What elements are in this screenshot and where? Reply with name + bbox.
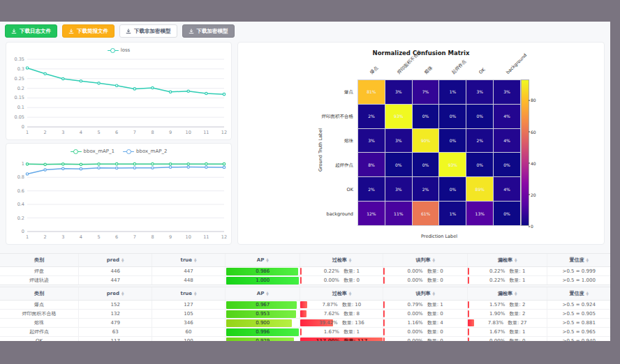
column-header-误判率[interactable]: 误判率▲▼ bbox=[383, 287, 468, 301]
column-header-误判率[interactable]: 误判率▲▼ bbox=[383, 254, 468, 267]
svg-text:4: 4 bbox=[80, 130, 82, 135]
column-header-pred[interactable]: pred▲▼ bbox=[79, 254, 152, 267]
matrix-cell: 2% bbox=[358, 177, 385, 201]
column-header-漏检率[interactable]: 漏检率▲▼ bbox=[467, 254, 547, 267]
sort-icon[interactable]: ▲▼ bbox=[432, 258, 434, 263]
legend-item-loss[interactable]: loss bbox=[108, 47, 131, 53]
download-report-button[interactable]: 下载简报文件 bbox=[62, 24, 115, 38]
column-header-置信度[interactable]: 置信度▲▼ bbox=[547, 254, 610, 267]
rate-percent: 39.42% bbox=[319, 320, 338, 326]
download-toolbar: 下载日志文件下载简报文件下载非加密模型下载加密模型 bbox=[5, 24, 235, 38]
sort-icon[interactable]: ▲▼ bbox=[266, 291, 268, 296]
rate-count: 数量: 1 bbox=[509, 328, 525, 335]
matrix-cell: 3% bbox=[385, 80, 412, 104]
svg-text:7: 7 bbox=[133, 234, 136, 240]
svg-text:11: 11 bbox=[203, 234, 209, 240]
colorbar-tick: 20 bbox=[531, 192, 536, 197]
true-cell: 346 bbox=[152, 319, 226, 328]
sort-icon[interactable]: ▲▼ bbox=[194, 291, 196, 296]
sort-icon[interactable]: ▲▼ bbox=[586, 258, 588, 263]
loss-line-chart: 00.050.10.150.20.250.30.3512345678910111… bbox=[6, 56, 231, 138]
column-header-过检率[interactable]: 过检率▲▼ bbox=[300, 254, 383, 267]
column-header-漏检率[interactable]: 漏检率▲▼ bbox=[467, 287, 547, 301]
legend-item-bbox_mAP_2[interactable]: bbox_mAP_2 bbox=[123, 149, 167, 154]
rate-count: 数量: 0 bbox=[427, 277, 443, 284]
rate-count: 数量: 2 bbox=[509, 310, 525, 317]
rate-count: 数量: 0 bbox=[509, 338, 525, 341]
rate-cell: 1.90%数量: 2 bbox=[468, 310, 547, 318]
header-label: 漏检率 bbox=[498, 257, 512, 264]
sort-icon[interactable]: ▲▼ bbox=[266, 258, 268, 263]
misjudge-rate-cell: 0.00%数量: 0 bbox=[383, 328, 468, 337]
table-row: OK1171000.929117.00%数量: 1170.00%数量: 00.0… bbox=[0, 337, 610, 342]
download-encrypted-model-button[interactable]: 下载加密模型 bbox=[182, 24, 235, 38]
ap-cell: 0.953 bbox=[225, 310, 300, 319]
sort-icon[interactable]: ▲▼ bbox=[349, 258, 351, 263]
rate-cell: 7.62%数量: 8 bbox=[300, 310, 383, 318]
download-log-button[interactable]: 下载日志文件 bbox=[5, 24, 57, 38]
column-header-AP[interactable]: AP▲▼ bbox=[225, 254, 300, 267]
svg-text:2: 2 bbox=[44, 130, 47, 135]
true-cell: 105 bbox=[152, 310, 226, 319]
map-chart-card: bbox_mAP_1bbox_mAP_2 00.20.40.60.8112345… bbox=[6, 143, 232, 245]
ap-value: 0.967 bbox=[226, 301, 300, 309]
matrix-cell: 4% bbox=[494, 105, 520, 128]
legend-item-bbox_mAP_1[interactable]: bbox_mAP_1 bbox=[71, 149, 115, 154]
matrix-cell: 0% bbox=[466, 105, 493, 128]
header-label: 误判率 bbox=[415, 290, 430, 297]
rate-percent: 1.57% bbox=[489, 302, 505, 308]
rate-count: 数量: 8 bbox=[344, 310, 360, 317]
svg-text:1: 1 bbox=[26, 234, 29, 240]
matrix-cell: 61% bbox=[413, 202, 439, 225]
rate-count: 数量: 1 bbox=[427, 301, 443, 308]
rate-count: 数量: 1 bbox=[509, 268, 525, 275]
sort-icon[interactable]: ▲▼ bbox=[121, 258, 124, 263]
miss-rate-cell: 0.22%数量: 1 bbox=[467, 267, 547, 276]
sort-icon[interactable]: ▲▼ bbox=[515, 258, 517, 263]
sort-icon[interactable]: ▲▼ bbox=[121, 291, 124, 296]
sort-icon[interactable]: ▲▼ bbox=[432, 291, 434, 296]
matrix-cell: 89% bbox=[466, 177, 493, 201]
column-header-置信度[interactable]: 置信度▲▼ bbox=[547, 287, 610, 301]
pred-cell: 132 bbox=[79, 310, 152, 319]
misjudge-rate-cell: 0.00%数量: 0 bbox=[383, 276, 468, 285]
ap-value: 0.929 bbox=[226, 338, 300, 342]
true-cell: 448 bbox=[152, 276, 226, 285]
column-header-true[interactable]: true▲▼ bbox=[152, 254, 226, 267]
ap-value: 0.900 bbox=[226, 319, 300, 327]
sort-icon[interactable]: ▲▼ bbox=[515, 291, 517, 296]
rate-percent: 0.00% bbox=[408, 338, 423, 341]
column-header-true[interactable]: true▲▼ bbox=[152, 287, 226, 301]
button-label: 下载加密模型 bbox=[197, 29, 228, 34]
download-icon bbox=[126, 29, 131, 34]
matrix-cell: 0% bbox=[494, 153, 520, 176]
svg-text:0.35: 0.35 bbox=[15, 56, 24, 62]
rate-cell: 0.00%数量: 0 bbox=[300, 277, 383, 285]
colorbar-tick: 60 bbox=[531, 129, 536, 134]
svg-text:10: 10 bbox=[186, 130, 191, 135]
rate-count: 数量: 0 bbox=[427, 310, 443, 317]
svg-text:6: 6 bbox=[115, 234, 118, 240]
rate-count: 数量: 27 bbox=[508, 319, 527, 326]
sort-icon[interactable]: ▲▼ bbox=[586, 291, 588, 296]
download-plain-model-button[interactable]: 下载非加密模型 bbox=[119, 24, 177, 38]
category-cell: 焊缝轨迹 bbox=[0, 276, 79, 285]
rate-cell: 0.22%数量: 1 bbox=[300, 268, 383, 275]
rate-cell: 7.83%数量: 27 bbox=[468, 319, 547, 327]
svg-text:12: 12 bbox=[221, 234, 227, 240]
map-line-chart: 00.20.40.60.81123456789101112 bbox=[6, 157, 231, 243]
column-header-AP[interactable]: AP▲▼ bbox=[225, 287, 300, 301]
rate-cell: 0.22%数量: 1 bbox=[468, 268, 547, 275]
column-header-pred[interactable]: pred▲▼ bbox=[79, 287, 152, 301]
legend-label: bbox_mAP_1 bbox=[84, 149, 115, 154]
category-cell: 熔珠 bbox=[0, 319, 79, 328]
sort-icon[interactable]: ▲▼ bbox=[194, 258, 196, 263]
svg-text:0.05: 0.05 bbox=[15, 114, 24, 120]
svg-text:10: 10 bbox=[186, 234, 191, 240]
ap-cell: 0.900 bbox=[225, 319, 300, 328]
matrix-cell: 3% bbox=[385, 129, 412, 153]
matrix-cell: 13% bbox=[466, 202, 493, 225]
sort-icon[interactable]: ▲▼ bbox=[349, 291, 351, 296]
matrix-cell: 3% bbox=[385, 177, 412, 201]
column-header-过检率[interactable]: 过检率▲▼ bbox=[300, 287, 383, 301]
